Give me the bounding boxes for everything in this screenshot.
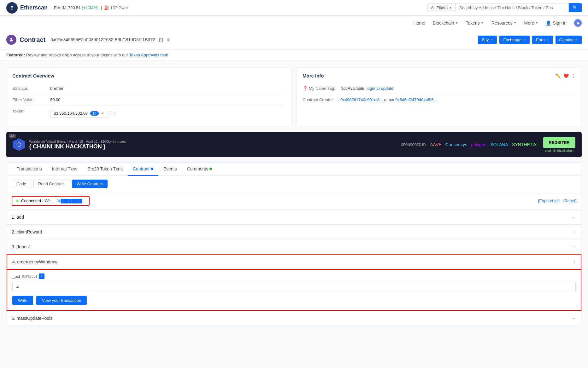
header-action-buttons: Buy ▼ Exchange ▼ Earn ▼ Gaming ▼ xyxy=(478,36,582,44)
tab-contract[interactable]: Contract xyxy=(128,163,158,176)
expand-token-button[interactable]: ⛶ xyxy=(110,111,115,116)
contract-label: Contract xyxy=(20,36,45,43)
item-emergency-label: 4. emergencyWithdraw xyxy=(12,259,57,264)
hackathon-event: Worldwide Virtual Event | March 15 - Apr… xyxy=(29,140,126,143)
tab-comments[interactable]: Comments xyxy=(182,163,217,176)
buy-button[interactable]: Buy ▼ xyxy=(478,36,497,44)
contract-title: Contract 0x0De845955E2bF089012F682fE9bC8… xyxy=(6,35,170,45)
sub-tab-code[interactable]: Code xyxy=(12,180,31,188)
gaming-button[interactable]: Gaming ▼ xyxy=(556,36,582,44)
exchange-chevron-icon: ▼ xyxy=(523,38,526,42)
sub-tab-write[interactable]: Write Contract xyxy=(72,180,108,188)
tab-internal-txns[interactable]: Internal Txns xyxy=(47,163,83,176)
tab-erc20[interactable]: Erc20 Token Txns xyxy=(82,163,128,176)
token-row: Token: $3,350,164,302.07 14 ▼ ⛶ xyxy=(12,106,285,121)
filter-label: All Filters xyxy=(431,5,448,10)
expanded-emergency-content: _pid (uint256) + Write View your transac… xyxy=(7,269,581,311)
logo[interactable]: E Etherscan xyxy=(6,2,48,14)
more-chevron-icon: ▼ xyxy=(535,21,538,25)
contract-item-massupdatepools[interactable]: 5. massUpdatePools → xyxy=(7,311,581,325)
sign-in-label: Sign In xyxy=(553,20,567,26)
edit-icon-button[interactable]: ✏️ xyxy=(556,73,561,78)
logo-icon: E xyxy=(6,2,18,14)
sponsor-logos: SPONSORED BY AAVE Consensys polygon SOLA… xyxy=(401,142,537,147)
register-link: chain.link/hackathon xyxy=(545,149,573,152)
eth-price-info: Eth: $1,790.51 (+1.34%) | ⛽ 137 Gwei xyxy=(54,5,128,10)
internal-txns-label: Internal Txns xyxy=(52,166,78,171)
exchange-button[interactable]: Exchange ▼ xyxy=(499,36,530,44)
contract-address: 0x0De845955E2bF089012F682fE9bC81dD5f11B3… xyxy=(50,37,155,42)
token-count-badge: 14 xyxy=(90,111,98,116)
more-info-card: More Info ✏️ ❤️ ⋮ ❓ My Name Tag: Not Ava… xyxy=(297,67,582,127)
write-button[interactable]: Write xyxy=(12,296,33,305)
field-label-pid: _pid (uint256) + xyxy=(12,273,576,279)
eth-network-icon[interactable]: ◆ xyxy=(574,19,582,27)
token-selector-wrap: $3,350,164,302.07 14 ▼ ⛶ xyxy=(50,109,115,118)
tabs-container: Transactions Internal Txns Erc20 Token T… xyxy=(6,162,582,326)
contract-item-deposit[interactable]: 3. deposit → xyxy=(7,239,581,254)
contract-item-add[interactable]: 1. add → xyxy=(7,210,581,224)
featured-label: Featured: xyxy=(6,53,25,57)
token-approvals-link[interactable]: Token Approvals tool! xyxy=(129,53,168,57)
plus-button-pid[interactable]: + xyxy=(39,273,44,279)
more-info-title: More Info xyxy=(303,73,324,78)
filter-dropdown[interactable]: All Filters ▼ xyxy=(427,3,455,12)
expand-reset-links: [Expand all] [Reset] xyxy=(538,198,576,203)
filter-chevron-icon: ▼ xyxy=(449,6,452,9)
nav-bar: Home Blockchain ▼ Tokens ▼ Resources ▼ M… xyxy=(0,16,588,30)
arrow-right-icon-2: → xyxy=(571,229,576,235)
search-input[interactable] xyxy=(455,3,569,12)
creator-address-link[interactable]: 0x498f9f1740c991cf8... xyxy=(340,97,383,102)
creator-label: Contract Creator: xyxy=(303,97,340,102)
nav-tokens[interactable]: Tokens ▼ xyxy=(466,20,484,26)
erc20-label: Erc20 Token Txns xyxy=(87,166,123,171)
sign-in-btn[interactable]: 👤 Sign In xyxy=(546,20,567,26)
copy-address-button[interactable]: 📋 xyxy=(158,37,164,42)
svg-point-0 xyxy=(10,38,12,40)
grid-view-button[interactable]: ⊞ xyxy=(167,37,170,42)
search-button[interactable]: 🔍 xyxy=(569,3,582,12)
register-button[interactable]: REGISTER xyxy=(543,137,575,148)
register-area: REGISTER chain.link/hackathon xyxy=(543,137,575,152)
transactions-label: Transactions xyxy=(17,166,42,171)
arrow-right-icon-5: → xyxy=(571,315,576,321)
arrow-right-icon-3: → xyxy=(571,244,576,250)
more-options-button[interactable]: ⋮ xyxy=(571,73,576,78)
field-action-buttons: Write View your transaction xyxy=(12,296,576,305)
featured-bar: Featured: Review and revoke dApp access … xyxy=(0,49,588,61)
nav-resources[interactable]: Resources ▼ xyxy=(491,20,517,26)
sponsor-synthetix: SYNTHETIX xyxy=(512,142,537,147)
comments-dot xyxy=(209,168,212,170)
question-icon: ❓ xyxy=(303,86,308,91)
contract-item-claimreward[interactable]: 2. claimReward → xyxy=(7,224,581,239)
item-deposit-label: 3. deposit xyxy=(12,244,31,249)
comments-label: Comments xyxy=(187,166,209,171)
reset-link[interactable]: [Reset] xyxy=(563,198,576,203)
earn-chevron-icon: ▼ xyxy=(546,38,549,42)
pid-input[interactable] xyxy=(12,282,576,292)
sub-tab-read[interactable]: Read Contract xyxy=(33,180,69,188)
balance-row: Balance: 0 Ether xyxy=(12,83,285,94)
tab-transactions[interactable]: Transactions xyxy=(12,163,47,176)
top-bar: E Etherscan Eth: $1,790.51 (+1.34%) | ⛽ … xyxy=(0,0,588,16)
nav-blockchain[interactable]: Blockchain ▼ xyxy=(433,20,458,26)
creator-txn-link[interactable]: 0x6d6cf2479d04b5f6... xyxy=(395,97,437,102)
view-transaction-button[interactable]: View your transaction xyxy=(36,296,87,305)
expand-all-link[interactable]: [Expand all] xyxy=(538,198,560,203)
item-massupdatepools-label: 5. massUpdatePools xyxy=(12,316,52,321)
token-dropdown[interactable]: $3,350,164,302.07 14 ▼ xyxy=(50,109,108,118)
login-update-link[interactable]: login to update xyxy=(367,86,393,91)
sub-tabs: Code Read Contract Write Contract xyxy=(7,176,581,192)
heart-icon-button[interactable]: ❤️ xyxy=(563,73,569,78)
buy-chevron-icon: ▼ xyxy=(490,38,493,42)
eth-label: Eth: xyxy=(54,5,61,10)
tab-events[interactable]: Events xyxy=(158,163,182,176)
connected-label: Connected - We... xyxy=(21,198,54,203)
nav-home[interactable]: Home xyxy=(414,20,425,26)
arrow-right-icon: → xyxy=(571,214,576,220)
earn-button[interactable]: Earn ▼ xyxy=(532,36,553,44)
contract-item-emergency[interactable]: 4. emergencyWithdraw ↓ xyxy=(7,254,581,269)
nav-more[interactable]: More ▼ xyxy=(524,20,538,26)
ether-value-row: Ether Value: $0.00 xyxy=(12,94,285,106)
connected-wallet-button[interactable]: Connected - We... 0x████████... xyxy=(12,196,90,206)
